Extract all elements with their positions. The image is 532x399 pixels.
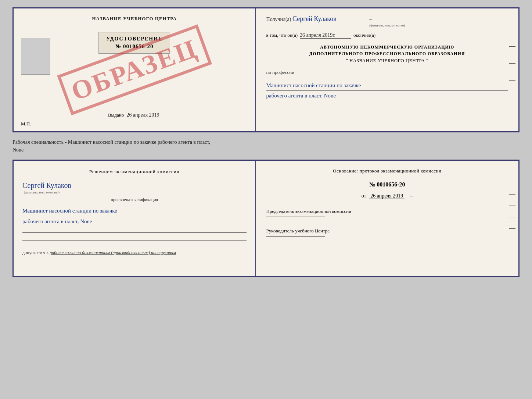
- vydano-label: Выдано: [108, 112, 124, 118]
- side-dash-1: [509, 183, 515, 183]
- udostoverenie-block: УДОСТОВЕРЕНИЕ № 0010656-20: [98, 32, 170, 54]
- dash-4: [509, 63, 515, 64]
- dash-6: [509, 80, 515, 81]
- vtom-date: 26 апреля 2019г.: [300, 32, 351, 39]
- fio-hint-top: (фамилия, имя, отчество): [266, 24, 508, 27]
- udost-title: УДОСТОВЕРЕНИЕ: [106, 36, 162, 42]
- osnovanie-text: Основание: протокол экзаменационной коми…: [266, 167, 508, 175]
- bottom-right: Основание: протокол экзаменационной коми…: [256, 161, 518, 276]
- bottom-name-block: Сергей Кулаков (фамилия, имя, отчество): [22, 181, 247, 194]
- photo-placeholder: [21, 38, 50, 75]
- resheniem-text: Решением экзаменационной комиссии: [22, 168, 247, 175]
- dopuskaetsya-value: работе согласно должностным (производств…: [50, 250, 176, 255]
- org-line1: АВТОНОМНУЮ НЕКОММЕРЧЕСКУЮ ОРГАНИЗАЦИЮ: [266, 44, 508, 50]
- specialty-text: Рабочая специальность - Машинист насосно…: [12, 137, 520, 155]
- profession-block: Машинист насосной станции по закачке раб…: [266, 81, 508, 101]
- dash-3: [509, 55, 515, 55]
- dash-2: [509, 46, 515, 47]
- side-dash-3: [509, 206, 515, 206]
- rukovoditel-block: Руководитель учебного Центра: [266, 227, 508, 238]
- ot-date: 26 апреля 2019: [369, 193, 405, 199]
- profession-line2: рабочего агента в пласт, None: [266, 91, 508, 101]
- org-line3: " НАЗВАНИЕ УЧЕБНОГО ЦЕНТРА ": [266, 57, 508, 64]
- dopuskaetsya-block: допускается к работе согласно должностны…: [22, 250, 247, 256]
- predsedatel-label: Председатель экзаменационной комиссии: [266, 208, 508, 215]
- dopuskaetsya-prefix: допускается к: [22, 250, 48, 255]
- bottom-name-value: Сергей Кулаков: [22, 181, 103, 190]
- poluchil-value: Сергей Кулаков: [292, 15, 366, 23]
- side-dash-2: [509, 194, 515, 195]
- certificate-bottom: Решением экзаменационной комиссии Сергей…: [12, 160, 520, 277]
- bottom-line-3: [22, 261, 247, 261]
- udost-number: № 0010656-20: [106, 43, 162, 50]
- vydano-line: Выдано 26 апреля 2019: [14, 112, 255, 118]
- predsedatel-line: [266, 217, 325, 217]
- prisvoena-text: присвоена квалификация: [22, 197, 247, 203]
- dash-5: [509, 72, 515, 72]
- po-professii: по профессии: [266, 70, 508, 75]
- vtom-label: в том, что он(а): [266, 32, 298, 38]
- kvali-block: Машинист насосной станции по закачке раб…: [22, 206, 247, 227]
- rukovoditel-line: [266, 236, 325, 237]
- certificate-top: НАЗВАНИЕ УЧЕБНОГО ЦЕНТРА ОБРАЗЕЦ УДОСТОВ…: [12, 7, 520, 132]
- vydano-date: 26 апреля 2019: [125, 112, 161, 118]
- kvali-line1: Машинист насосной станции по закачке: [22, 206, 247, 217]
- okonchil-label: окончил(а): [353, 32, 375, 38]
- vtom-line: в том, что он(а) 26 апреля 2019г. окончи…: [266, 32, 508, 39]
- bottom-line-1: [22, 232, 247, 233]
- side-dashes-right: [509, 183, 515, 240]
- rukovoditel-label: Руководитель учебного Центра: [266, 227, 508, 235]
- specialty-line1: Рабочая специальность - Машинист насосно…: [12, 139, 210, 145]
- side-dash-5: [509, 228, 515, 229]
- bottom-line-2: [22, 240, 247, 241]
- document-wrapper: НАЗВАНИЕ УЧЕБНОГО ЦЕНТРА ОБРАЗЕЦ УДОСТОВ…: [12, 7, 520, 277]
- right-side-dashes: [509, 38, 515, 81]
- dash-1: [509, 38, 515, 38]
- org-line2: ДОПОЛНИТЕЛЬНОГО ПРОФЕССИОНАЛЬНОГО ОБРАЗО…: [266, 50, 508, 57]
- ot-label: от: [362, 193, 366, 199]
- protocol-date: от 26 апреля 2019 –: [266, 193, 508, 199]
- org-block: АВТОНОМНУЮ НЕКОММЕРЧЕСКУЮ ОРГАНИЗАЦИЮ ДО…: [266, 44, 508, 64]
- side-dash-6: [509, 240, 515, 240]
- poluchil-line: Получил(а) Сергей Кулаков – (фамилия, им…: [266, 15, 508, 27]
- specialty-line2: None: [12, 147, 24, 153]
- cert-left-title: НАЗВАНИЕ УЧЕБНОГО ЦЕНТРА: [92, 16, 177, 22]
- protocol-number: № 0010656-20: [266, 181, 508, 188]
- poluchil-label: Получил(а): [266, 17, 291, 22]
- bottom-left: Решением экзаменационной комиссии Сергей…: [14, 161, 256, 276]
- cert-left: НАЗВАНИЕ УЧЕБНОГО ЦЕНТРА ОБРАЗЕЦ УДОСТОВ…: [14, 8, 256, 131]
- kvali-line2: рабочего агента в пласт, None: [22, 216, 247, 227]
- cert-right: Получил(а) Сергей Кулаков – (фамилия, им…: [256, 8, 518, 131]
- bottom-fio-hint: (фамилия, имя, отчество): [24, 190, 247, 194]
- mp-line: М.П.: [21, 121, 31, 127]
- side-dash-4: [509, 217, 515, 217]
- profession-line1: Машинист насосной станции по закачке: [266, 81, 508, 91]
- predsedatel-block: Председатель экзаменационной комиссии: [266, 208, 508, 219]
